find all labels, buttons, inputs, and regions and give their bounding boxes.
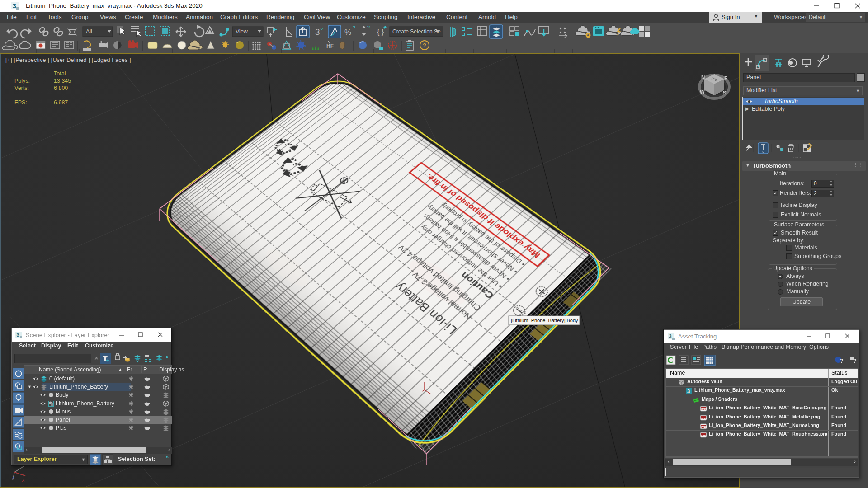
svg-text:W: W bbox=[700, 89, 705, 94]
svg-text:[Lithium_Phone_Battery] Body: [Lithium_Phone_Battery] Body bbox=[511, 318, 578, 323]
svg-text:»: » bbox=[166, 354, 169, 359]
svg-text:S: S bbox=[723, 90, 726, 95]
svg-text:?: ? bbox=[367, 25, 370, 30]
svg-text:?: ? bbox=[840, 357, 844, 364]
svg-text:PNG: PNG bbox=[701, 417, 707, 419]
svg-text:3: 3 bbox=[669, 333, 672, 339]
svg-text:?: ? bbox=[353, 25, 355, 30]
svg-text:3: 3 bbox=[13, 2, 16, 9]
svg-text:3: 3 bbox=[17, 332, 19, 338]
svg-text:?: ? bbox=[423, 42, 426, 49]
svg-text:Create Selection Se: Create Selection Se bbox=[392, 28, 441, 35]
svg-text:X: X bbox=[22, 478, 25, 483]
svg-text:Z: Z bbox=[12, 475, 15, 480]
svg-text:?: ? bbox=[853, 357, 857, 364]
svg-text:PNG: PNG bbox=[701, 408, 707, 411]
svg-text:3: 3 bbox=[687, 389, 690, 394]
svg-text:View: View bbox=[236, 28, 248, 35]
svg-text:{ }: { } bbox=[377, 28, 384, 36]
svg-text:%: % bbox=[344, 28, 351, 37]
svg-text:PNG: PNG bbox=[701, 434, 707, 437]
svg-text:All: All bbox=[86, 28, 92, 35]
svg-text:E: E bbox=[724, 75, 728, 81]
svg-text:PNG: PNG bbox=[701, 426, 707, 428]
svg-text:3: 3 bbox=[315, 27, 320, 37]
svg-text:?: ? bbox=[320, 27, 323, 32]
